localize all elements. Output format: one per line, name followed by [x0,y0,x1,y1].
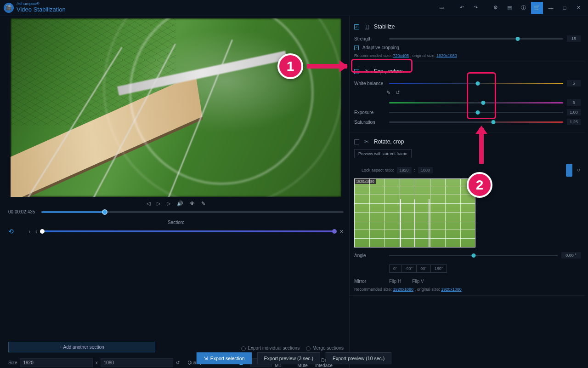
wb-slider[interactable] [389,83,563,84]
rotate-90-button[interactable]: 90° [417,264,431,273]
exposure-label: Exposure [354,110,385,115]
eyedropper-icon[interactable]: ✎ [386,90,393,96]
lock-ar-label: Lock aspect ratio: [362,168,394,172]
strength-label: Strength [354,36,385,41]
saturation-label: Saturation [354,120,385,125]
rotate-180-button[interactable]: 180° [431,264,447,273]
ar-width-input[interactable]: 1920 [397,167,412,173]
stab-orig-size-link[interactable]: 1920x1080 [436,53,457,58]
tint-value[interactable]: 5 [567,99,581,106]
saturation-slider[interactable] [389,121,563,123]
section-range-slider[interactable] [42,230,335,232]
rot-orig-label: , original size: [415,287,440,292]
reset-ar-icon[interactable]: ↺ [577,168,581,172]
add-section-button[interactable]: + Add another section [8,342,155,352]
cart-icon[interactable]: 🛒 [531,2,543,14]
rotate-title: Rotate, crop [374,138,404,145]
play-icon[interactable]: ▷ [157,201,160,207]
section-next-icon[interactable]: › [28,228,31,235]
rotate-m90-button[interactable]: -90° [401,264,417,273]
rotate-0-button[interactable]: 0° [389,264,401,273]
crop-preview[interactable]: 1920x1080 [354,178,475,247]
stab-rec-label: Recommended size: [354,53,392,58]
export-preview-10s-button[interactable]: Export preview (10 sec.) [326,352,391,364]
section-label: Section: [8,220,344,225]
brightness-icon: ☀ [363,68,370,75]
video-preview [11,18,341,197]
size-label: Size [8,360,17,365]
redo-icon[interactable]: ↷ [469,2,481,14]
timeline-slider[interactable] [41,211,344,213]
crop-icon: ✂ [363,138,370,145]
next-frame-icon[interactable]: ▷ [167,201,170,207]
colors-title: Exp., colors [374,68,403,75]
flip-v-button[interactable]: Flip V [412,279,424,284]
stab-rec-size-link[interactable]: 720x405 [393,53,409,58]
wb-label: White balance [354,81,385,86]
stabilize-icon: ◫ [363,23,370,30]
export-individual-radio[interactable] [241,346,246,351]
view-icon[interactable]: 👁 [190,201,195,207]
rot-rec-label: Recommended size: [354,287,392,292]
flip-h-button[interactable]: Flip H [389,279,401,284]
angle-slider[interactable] [389,255,558,256]
rot-rec-size-link[interactable]: 1920x1080 [393,287,414,292]
section-close-icon[interactable]: ✕ [339,229,344,235]
open-icon[interactable]: ▭ [435,2,447,14]
volume-icon[interactable]: 🔊 [177,201,183,207]
rotate-checkbox[interactable] [354,139,359,144]
height-input[interactable]: 1080 [101,358,173,367]
tool-icon[interactable]: ✎ [201,201,205,207]
wb-value[interactable]: 5 [567,80,581,86]
exposure-slider[interactable] [389,112,563,113]
settings-icon[interactable]: ⚙ [490,2,502,14]
stabilize-panel: ✓ ◫ Stabilize Strength 15 ✓ Adaptive cro… [350,17,585,62]
info-icon[interactable]: ⓘ [517,2,529,14]
export-icon: ⇲ [204,356,208,361]
rotate-panel: ✂ Rotate, crop Preview with current fram… [350,132,585,296]
angle-label: Angle [354,253,385,258]
orientation-toggle[interactable] [566,164,572,177]
ar-height-input[interactable]: 1080 [418,167,433,173]
reset-size-icon[interactable]: ↺ [176,360,180,365]
transport-controls: ◁ ▷ ▷ 🔊 👁 ✎ [8,201,344,207]
angle-value[interactable]: 0.00 ° [561,252,581,259]
loop-icon[interactable]: ⟲ [8,228,14,235]
width-input[interactable]: 1920 [20,358,92,367]
reset-wb-icon[interactable]: ↺ [396,90,402,96]
stab-orig-label: , original size: [410,53,435,58]
rot-orig-size-link[interactable]: 1920x1080 [441,287,462,292]
close-icon[interactable]: ✕ [572,2,584,14]
strength-slider[interactable] [389,38,563,40]
mirror-label: Mirror [354,279,385,284]
app-title: Ashampoo® Video Stabilization [17,2,66,13]
section-prev-icon[interactable]: ‹ [35,228,38,235]
adaptive-crop-checkbox[interactable]: ✓ [354,46,359,50]
colors-checkbox[interactable]: ✓ [354,69,359,74]
export-selection-button[interactable]: ⇲ Export selection [197,352,252,364]
exposure-value[interactable]: 1.00 [567,109,581,115]
saturation-value[interactable]: 1.25 [567,119,581,125]
merge-sections-label: Merge sections [312,345,344,351]
undo-icon[interactable]: ↶ [456,2,468,14]
maximize-icon[interactable]: □ [559,2,571,14]
strength-value[interactable]: 15 [567,35,581,42]
adaptive-crop-label: Adaptive cropping [362,45,399,50]
title-bar: 🎬 Ashampoo® Video Stabilization ▭ ↶ ↷ ⚙ … [0,0,588,16]
stabilize-title: Stabilize [374,23,395,30]
preview-frame-button[interactable]: Preview with current frame [354,149,412,158]
colors-panel: ✓ ☀ Exp., colors White balance 5 ✎ ↺ 5 E… [350,62,585,132]
ar-sep: : [414,168,416,172]
timecode: 00:00:02.435 [8,209,37,214]
export-preview-3s-button[interactable]: Export preview (3 sec.) [257,352,320,364]
stabilize-checkbox[interactable]: ✓ [354,24,359,29]
notes-icon[interactable]: ▤ [503,2,515,14]
tint-slider[interactable] [389,102,563,104]
x-label: x [96,360,98,365]
minimize-icon[interactable]: — [545,2,557,14]
export-individual-label: Export individual sections [248,345,300,351]
merge-sections-radio[interactable] [306,346,311,351]
app-logo: 🎬 [4,3,14,13]
prev-frame-icon[interactable]: ◁ [147,201,150,207]
